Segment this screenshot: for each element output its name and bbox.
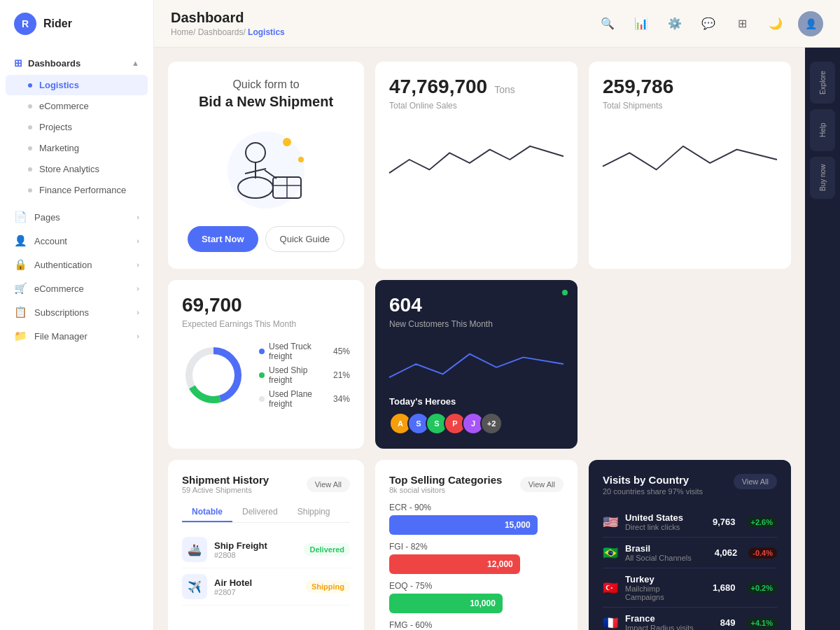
- total-sales-label: Total Online Sales: [389, 101, 564, 111]
- sidebar-item-store-analytics[interactable]: Store Analytics: [6, 159, 148, 179]
- sidebar-item-finance-performance[interactable]: Finance Performance: [6, 180, 148, 200]
- dot-icon: [28, 83, 32, 88]
- header-left: Dashboard Home/ Dashboards/ Logistics: [171, 10, 285, 37]
- categories-bars: ECR - 90% 15,000 FGI - 82% 12,000: [389, 503, 564, 630]
- tab-notable[interactable]: Notable: [182, 503, 232, 522]
- bar-row-1: FGI - 82% 12,000: [389, 542, 564, 574]
- bar-label-1: FGI - 82%: [389, 542, 564, 552]
- avatar[interactable]: 👤: [798, 11, 823, 36]
- chevron-right-icon: ›: [136, 237, 139, 245]
- theme-icon[interactable]: 🌙: [764, 13, 787, 35]
- categories-header: Top Selling Categories 8k social visitor…: [389, 474, 564, 494]
- tab-shipping[interactable]: Shipping: [288, 503, 340, 522]
- shipments-chart: [603, 132, 777, 188]
- countries-subtitle: 20 countries share 97% visits: [603, 487, 703, 496]
- sidebar-item-logistics[interactable]: Logistics: [6, 75, 148, 95]
- mid-row: 69,700 Expected Earnings This Month: [168, 280, 791, 449]
- tab-delivered[interactable]: Delivered: [232, 503, 288, 522]
- file-manager-icon: 📁: [14, 330, 27, 342]
- logo-icon: R: [14, 13, 36, 35]
- top-row: Quick form to Bid a New Shipment: [168, 62, 791, 269]
- sidebar-item-projects[interactable]: Projects: [6, 117, 148, 137]
- header-right: 🔍 📊 ⚙️ 💬 ⊞ 🌙 👤: [596, 11, 823, 36]
- settings-icon[interactable]: ⚙️: [664, 13, 686, 35]
- sidebar-logo: R Rider: [0, 0, 153, 48]
- categories-title: Top Selling Categories: [389, 474, 502, 486]
- bar-track-2: 10,000: [389, 594, 503, 613]
- country-change-0: +2.6%: [747, 517, 778, 528]
- ecommerce-icon: 🛒: [14, 282, 27, 295]
- country-name-3: France: [625, 613, 701, 624]
- search-icon[interactable]: 🔍: [596, 13, 619, 35]
- bar-row-2: EOQ - 75% 10,000: [389, 581, 564, 613]
- country-source-3: Impact Radius visits: [625, 624, 701, 630]
- total-sales-unit: Tons: [494, 84, 515, 95]
- donut-container: Used Truck freight 45% Used Ship freight…: [182, 337, 350, 413]
- sidebar-item-marketing[interactable]: Marketing: [6, 138, 148, 158]
- total-sales-number: 47,769,700: [389, 76, 487, 98]
- explore-button[interactable]: Explore: [810, 62, 835, 104]
- total-shipments-card: 259,786 Total Shipments: [589, 62, 791, 269]
- legend-item-ship: Used Ship freight 21%: [259, 365, 350, 385]
- pages-icon: 📄: [14, 211, 27, 223]
- country-source-0: Direct link clicks: [625, 523, 701, 531]
- account-icon: 👤: [14, 234, 27, 247]
- breadcrumb: Home/ Dashboards/ Logistics: [171, 27, 285, 37]
- sidebar-group-dashboards[interactable]: ⊞ Dashboards ▲: [0, 52, 153, 74]
- sidebar-group-dashboards-label: ⊞ Dashboards: [14, 57, 80, 69]
- help-button[interactable]: Help: [810, 109, 835, 151]
- country-item-3: 🇫🇷 France Impact Radius visits 849 +4.1%: [603, 608, 777, 630]
- country-change-2: +0.2%: [747, 582, 778, 594]
- bar-row-0: ECR - 90% 15,000: [389, 503, 564, 535]
- countries-list: 🇺🇸 United States Direct link clicks 9,76…: [603, 507, 777, 630]
- sidebar-item-authentication[interactable]: 🔒 Authentication ›: [0, 253, 153, 276]
- start-now-button[interactable]: Start Now: [188, 226, 258, 252]
- flag-tr: 🇹🇷: [603, 580, 618, 596]
- shipment-item-1: ✈️ Air Hotel #2807 Shipping: [182, 568, 350, 606]
- total-shipments-label: Total Shipments: [603, 101, 777, 111]
- avatars-row: A S S P J +2: [389, 412, 564, 435]
- ship-id-1: #2807: [214, 588, 299, 596]
- chevron-down-icon: ▲: [132, 59, 139, 67]
- grid-icon[interactable]: ⊞: [731, 13, 753, 35]
- shipment-history-card: Shipment History 59 Active Shipments Vie…: [168, 460, 364, 630]
- shipment-tabs: Notable Delivered Shipping: [182, 503, 350, 523]
- sidebar-item-ecommerce-top[interactable]: 🛒 eCommerce ›: [0, 276, 153, 300]
- countries-card: Visits by Country 20 countries share 97%…: [589, 460, 791, 630]
- bar-val-1: 12,000: [487, 559, 513, 569]
- page-title: Dashboard: [171, 10, 285, 26]
- categories-card: Top Selling Categories 8k social visitor…: [375, 460, 578, 630]
- legend-item-truck: Used Truck freight 45%: [259, 342, 350, 361]
- country-visits-2: 1,680: [708, 582, 736, 593]
- bar-row-3: FMG - 60% 8,000: [389, 620, 564, 630]
- sidebar: R Rider ⊞ Dashboards ▲ Logistics eCommer…: [0, 0, 154, 630]
- categories-view-all-button[interactable]: View All: [520, 477, 564, 492]
- ship-name-0: Ship Freight: [214, 540, 297, 551]
- sidebar-item-pages[interactable]: 📄 Pages ›: [0, 205, 153, 229]
- ship-status-0: Delivered: [304, 543, 350, 556]
- countries-view-all-button[interactable]: View All: [734, 474, 777, 489]
- sidebar-item-ecommerce[interactable]: eCommerce: [6, 96, 148, 116]
- chevron-right-icon: ›: [136, 284, 139, 293]
- quick-guide-button[interactable]: Quick Guide: [265, 226, 345, 252]
- sidebar-item-subscriptions[interactable]: 📋 Subscriptions ›: [0, 300, 153, 324]
- customers-mini-chart: [389, 343, 564, 385]
- sidebar-item-account[interactable]: 👤 Account ›: [0, 229, 153, 253]
- ship-id-0: #2808: [214, 551, 297, 559]
- subscriptions-icon: 📋: [14, 306, 27, 318]
- main-content: Dashboard Home/ Dashboards/ Logistics 🔍 …: [154, 0, 840, 630]
- buy-now-button[interactable]: Buy now: [810, 157, 835, 199]
- customers-chart: [389, 343, 564, 385]
- chart-icon[interactable]: 📊: [630, 13, 652, 35]
- country-source-1: All Social Channels: [625, 554, 702, 562]
- ship-icon: 🚢: [182, 537, 207, 562]
- flag-fr: 🇫🇷: [603, 615, 618, 631]
- dashboard-grid: Quick form to Bid a New Shipment: [154, 48, 805, 630]
- illustration-svg: [210, 128, 322, 212]
- shipment-view-all-button[interactable]: View All: [307, 477, 350, 492]
- chevron-right-icon: ›: [136, 308, 139, 316]
- country-item-2: 🇹🇷 Turkey Mailchimp Campaigns 1,680 +0.2…: [603, 568, 777, 608]
- messages-icon[interactable]: 💬: [697, 13, 720, 35]
- svg-point-0: [227, 132, 304, 209]
- sidebar-item-file-manager[interactable]: 📁 File Manager ›: [0, 324, 153, 348]
